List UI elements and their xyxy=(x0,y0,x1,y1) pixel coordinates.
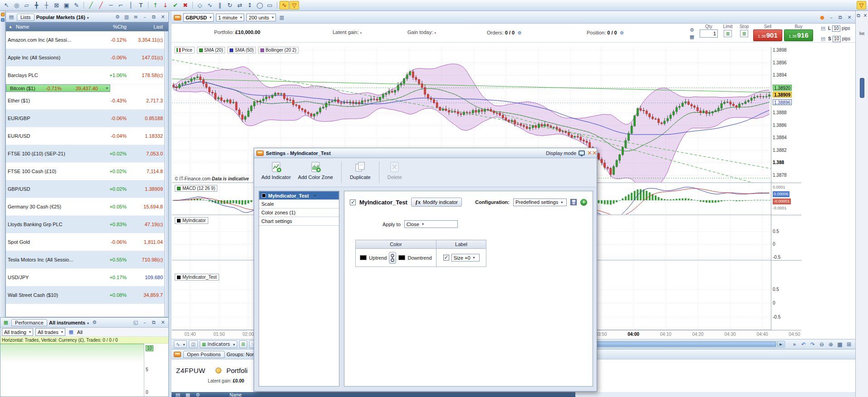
watchlist-row[interactable]: Barclays PLC+1.06%178.58(c) xyxy=(6,67,168,84)
candlestick-icon[interactable]: ◫ xyxy=(189,340,197,348)
wave-alert-icon[interactable]: ∿ xyxy=(280,1,289,10)
watchlist-row[interactable]: Bitcoin ($1)-0.71%39,437.40 xyxy=(6,84,110,92)
position-gear-icon[interactable] xyxy=(618,29,626,36)
perf-maximize-icon[interactable] xyxy=(150,320,157,326)
lists-icon[interactable] xyxy=(8,14,15,20)
dialog-close-icon[interactable]: ✕ xyxy=(587,150,594,156)
watchlist-row[interactable]: EUR/GBP-0.06%0.85188 xyxy=(6,110,168,127)
positions-grid-icon[interactable] xyxy=(174,392,181,397)
downtrend-color-swatch[interactable] xyxy=(398,255,405,260)
trendline-up-icon[interactable]: ╱ xyxy=(86,1,96,10)
watchlist-row[interactable]: Lloyds Banking Grp PLC+0.83%47.19(c) xyxy=(6,216,168,233)
configuration-select[interactable]: Predefined settings xyxy=(513,198,567,206)
calendar-icon[interactable]: ▦ xyxy=(836,340,844,348)
limit-pips-input[interactable]: 10 xyxy=(832,25,840,32)
zoom-in-icon[interactable]: ⊕ xyxy=(827,340,835,348)
chart-alert-icon[interactable] xyxy=(819,15,826,21)
stamp-icon[interactable]: ▣ xyxy=(62,1,71,10)
watchlist-scrollbar[interactable] xyxy=(164,31,168,317)
watchlist-row[interactable]: Apple Inc (All Sessions)-0.06%147.01(c) xyxy=(6,49,168,67)
display-mode-label[interactable]: Display mode xyxy=(546,150,576,156)
pin-icon[interactable] xyxy=(132,320,139,326)
watchlist-row[interactable]: Tesla Motors Inc (All Sessio...+0.55%710… xyxy=(6,251,168,269)
watchlist-row[interactable]: Spot Gold-0.06%1,811.04 xyxy=(6,233,168,251)
watchlist-row[interactable]: USD/JPY+0.17%109.680 xyxy=(6,269,168,286)
sort-icon[interactable] xyxy=(7,24,14,30)
scroll-right-icon[interactable] xyxy=(777,342,784,347)
perf-close-icon[interactable] xyxy=(159,320,167,326)
legend-item-sma-50-[interactable]: SMA (50) xyxy=(227,47,256,53)
rectangle-icon[interactable]: ▭ xyxy=(265,1,275,10)
rotate-icon[interactable]: ↻ xyxy=(225,1,235,10)
add-config-icon[interactable] xyxy=(580,199,587,206)
buy-arrow-icon[interactable]: ↑ xyxy=(151,1,160,10)
units-select[interactable]: 200 units xyxy=(246,14,276,21)
watchlist-row[interactable]: Germany 30 Cash (€25)+0.05%15,694.8 xyxy=(6,198,168,216)
dock-icon-blue[interactable] xyxy=(1,18,5,22)
watchlist-minimize-icon[interactable] xyxy=(141,14,148,20)
symbol-select[interactable]: GBPUSD xyxy=(183,13,214,22)
perf-minimize-icon[interactable] xyxy=(141,320,148,326)
modify-indicator-button[interactable]: ƒx Modify indicator xyxy=(411,198,462,207)
apply-to-select[interactable]: Close xyxy=(404,220,458,228)
positions-settings-icon[interactable] xyxy=(194,392,201,397)
vertical-range-icon[interactable]: ↕ xyxy=(245,1,255,10)
positions-chart-icon[interactable] xyxy=(184,392,191,397)
layout-icon[interactable] xyxy=(688,34,696,40)
right-scrollbar-thumb[interactable] xyxy=(860,78,864,98)
pencil-icon[interactable]: ✎ xyxy=(72,1,81,10)
cancel-icon[interactable]: ✖ xyxy=(181,1,190,10)
macd-pane-label[interactable]: MACD (12 26 9) xyxy=(175,185,217,192)
tab-open-positions[interactable]: Open Positions xyxy=(183,351,225,358)
monitor-icon[interactable] xyxy=(579,150,585,155)
stop-pips-input[interactable]: 10 xyxy=(833,36,841,42)
eraser-icon[interactable]: ▱ xyxy=(22,1,31,10)
watchlist-row[interactable]: Ether ($1)-0.43%2,717.3 xyxy=(6,92,168,110)
perf-tools-icon[interactable] xyxy=(91,320,98,326)
watchlist-titlebar[interactable]: Lists Popular Markets (16) xyxy=(6,12,168,22)
watchlist-selector[interactable]: Popular Markets (16) xyxy=(36,15,89,20)
instruments-select[interactable]: All instruments xyxy=(49,320,89,325)
text-icon[interactable]: T xyxy=(136,1,146,10)
dialog-nav-myindicator-test[interactable]: MyIndicator_Test xyxy=(259,191,339,200)
tools-icon[interactable] xyxy=(114,14,121,20)
watchlist-close-icon[interactable] xyxy=(159,14,167,20)
timeframe-select[interactable]: 1 minute xyxy=(216,14,244,21)
add-colorzone-button[interactable]: Add Color Zone xyxy=(295,160,336,181)
watchlist-maximize-icon[interactable] xyxy=(150,14,157,20)
zoom-out-icon[interactable]: ⊖ xyxy=(818,340,826,348)
watchlist-row[interactable]: Amazon.com Inc (All Sessi...-0.12%3,354.… xyxy=(6,31,168,49)
chart-type-icon[interactable] xyxy=(278,15,285,21)
price-scale[interactable]: 1.38981.38961.38941.389201.389091.388961… xyxy=(771,47,801,338)
dialog-nav-chart-settings[interactable]: Chart settings xyxy=(259,217,339,226)
undo-icon[interactable]: ↶ xyxy=(799,340,808,348)
dialog-nav-color-zones-1-[interactable]: Color zones (1) xyxy=(259,208,339,217)
watchlist-row[interactable]: Wall Street Cash ($10)+0.08%34,859.7 xyxy=(6,286,168,304)
performance-chart[interactable]: 1050 xyxy=(0,344,168,397)
uptrend-color-swatch[interactable] xyxy=(360,255,367,260)
strip-close-icon[interactable] xyxy=(863,12,868,19)
right-tab-label[interactable]: list xyxy=(856,31,868,36)
dialog-nav-scale[interactable]: Scale xyxy=(259,200,339,208)
columns-icon[interactable] xyxy=(123,14,130,20)
save-icon[interactable] xyxy=(570,199,577,205)
curve-icon[interactable]: ∿ xyxy=(205,1,215,10)
draw-tool-icon[interactable]: ∿ xyxy=(174,340,187,348)
swap-icon[interactable]: ⇄ xyxy=(235,1,245,10)
wrench-icon[interactable] xyxy=(688,27,696,34)
watchlist-row[interactable]: FTSE 100 (£10) (SEP-21)+0.02%7,053.0 xyxy=(6,145,168,163)
myindicator-pane-label[interactable]: MyIndicator xyxy=(175,217,208,224)
restore-icon[interactable] xyxy=(856,12,862,19)
myindicator-test-pane-label[interactable]: MyIndicator_Test xyxy=(175,274,219,281)
orders-gear-icon[interactable] xyxy=(516,29,523,36)
filter-alert-icon[interactable]: ▽ xyxy=(857,1,866,10)
redo-icon[interactable]: ↷ xyxy=(809,340,817,348)
zoom-icon[interactable]: ◎ xyxy=(12,1,21,10)
trendline-down-icon[interactable]: ╱ xyxy=(96,1,106,10)
add-indicator-quick-icon[interactable]: ⊞ xyxy=(239,340,247,348)
sell-button[interactable]: 1.38 901 xyxy=(753,29,782,41)
chart-minimize-icon[interactable] xyxy=(828,15,835,21)
column-name[interactable]: Name xyxy=(14,24,100,29)
link-colors-button[interactable] xyxy=(389,252,396,264)
column-last[interactable]: Last xyxy=(127,24,168,29)
